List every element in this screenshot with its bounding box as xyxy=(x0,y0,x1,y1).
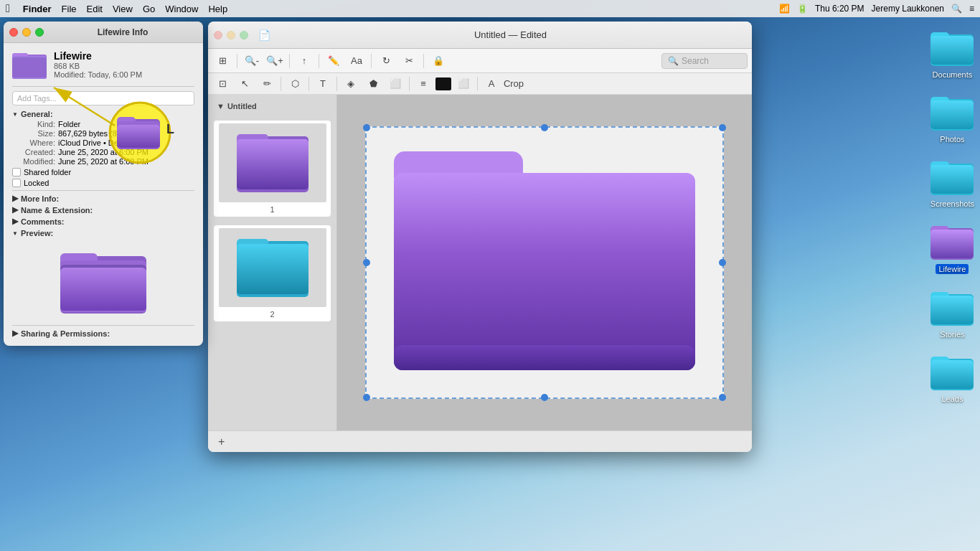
zoom-button[interactable] xyxy=(35,28,44,37)
toolbar-sep-7 xyxy=(308,77,309,91)
desktop-icon-documents[interactable]: Documents xyxy=(930,29,974,79)
more-info-triangle: ▶ xyxy=(12,194,18,203)
info-row-created: Created: June 25, 2020 at 6:00 PM xyxy=(12,148,194,156)
menubar-edit[interactable]: Edit xyxy=(87,4,103,14)
handle-top-left[interactable] xyxy=(363,124,370,131)
preview-minimize-button[interactable] xyxy=(227,31,235,39)
mask-btn[interactable]: ⬜ xyxy=(385,75,405,93)
toolbar-sep-10 xyxy=(477,77,478,91)
desktop-icon-lifewire[interactable]: Lifewire xyxy=(930,222,974,274)
battery-icon[interactable]: 🔋 xyxy=(797,4,808,14)
close-button[interactable] xyxy=(9,28,18,37)
search-icon[interactable]: 🔍 xyxy=(951,4,962,14)
slide-1-thumb[interactable]: 1 xyxy=(214,121,331,217)
menubar-help[interactable]: Help xyxy=(208,4,227,14)
cursor-btn[interactable]: ↖ xyxy=(235,75,255,93)
slide-canvas[interactable] xyxy=(337,95,752,430)
collapse-triangle: ▼ xyxy=(12,111,18,118)
color-btn[interactable] xyxy=(435,77,451,90)
comments-triangle: ▶ xyxy=(12,217,18,226)
stroke-btn[interactable]: ⬜ xyxy=(453,75,473,93)
zoom-in-btn[interactable]: 🔍+ xyxy=(265,52,285,70)
comments-section[interactable]: ▶ Comments: xyxy=(12,217,194,226)
preview-toolbar-2: ⊡ ↖ ✏ ⬡ T ◈ ⬟ ⬜ ≡ ⬜ A Crop xyxy=(208,73,752,95)
folder-icon-small xyxy=(12,49,47,80)
add-tags-field[interactable]: Add Tags... xyxy=(12,91,194,105)
share-btn[interactable]: ↑ xyxy=(294,52,314,70)
apple-menu[interactable]:  xyxy=(6,2,10,15)
shape-btn[interactable]: ⬡ xyxy=(285,75,305,93)
effect-btn[interactable]: ⬟ xyxy=(363,75,383,93)
preview-section-header[interactable]: ▼ Preview: xyxy=(12,229,194,237)
brush-btn[interactable]: ✏ xyxy=(257,75,277,93)
svg-rect-3 xyxy=(12,57,47,77)
zoom-out-btn[interactable]: 🔍- xyxy=(242,52,262,70)
desktop-icon-documents-label: Documents xyxy=(933,70,973,79)
slide-2-image xyxy=(219,228,326,307)
preview-close-button[interactable] xyxy=(214,31,222,39)
created-value: June 25, 2020 at 6:00 PM xyxy=(58,148,194,156)
align-btn[interactable]: ≡ xyxy=(413,75,433,93)
locked-checkbox[interactable] xyxy=(12,179,21,187)
desktop-icon-stories[interactable]: Stories xyxy=(930,288,974,339)
svg-rect-8 xyxy=(60,268,146,311)
text-btn[interactable]: T xyxy=(313,75,333,93)
menubar-right: 📶 🔋 Thu 6:20 PM Jeremy Laukkonen 🔍 ≡ xyxy=(779,4,974,14)
handle-top-mid[interactable] xyxy=(541,124,548,131)
locked-label: Locked xyxy=(24,179,49,187)
font-btn[interactable]: A xyxy=(481,75,501,93)
more-info-section[interactable]: ▶ More Info: xyxy=(12,194,194,203)
menubar-go[interactable]: Go xyxy=(143,4,155,14)
crop2-btn[interactable]: Crop xyxy=(504,75,524,93)
handle-top-right[interactable] xyxy=(719,124,726,131)
menubar-view[interactable]: View xyxy=(113,4,133,14)
desktop-icon-screenshots[interactable]: Screenshots xyxy=(930,158,974,208)
menubar-finder[interactable]: Finder xyxy=(23,4,52,14)
handle-mid-left[interactable] xyxy=(363,259,370,266)
svg-rect-35 xyxy=(930,165,974,194)
user-name[interactable]: Jeremy Laukkonen xyxy=(872,4,944,14)
search-box[interactable]: 🔍 Search xyxy=(661,53,748,69)
crop-btn[interactable]: ✂ xyxy=(399,52,419,70)
general-label: General: xyxy=(21,110,53,118)
toolbar-sep-9 xyxy=(409,77,410,91)
name-extension-section[interactable]: ▶ Name & Extension: xyxy=(12,205,194,215)
general-section-header[interactable]: ▼ General: xyxy=(12,110,194,118)
desktop-icon-leads[interactable]: Leads xyxy=(930,353,974,403)
pen-btn[interactable]: ✏️ xyxy=(324,52,344,70)
kind-value: Folder xyxy=(58,120,194,128)
menubar-window[interactable]: Window xyxy=(165,4,198,14)
rotate-btn[interactable]: ↻ xyxy=(376,52,396,70)
handle-bottom-right[interactable] xyxy=(719,394,726,401)
slides-label: Untitled xyxy=(227,102,257,110)
view-btn[interactable]: ⊞ xyxy=(212,52,232,70)
desktop-icon-photos[interactable]: Photos xyxy=(930,93,974,143)
style-btn[interactable]: Aa xyxy=(347,52,367,70)
handle-bottom-left[interactable] xyxy=(363,394,370,401)
handle-mid-right[interactable] xyxy=(719,259,726,266)
toolbar-sep-2 xyxy=(289,54,290,68)
wifi-icon[interactable]: 📶 xyxy=(779,4,790,14)
filter-btn[interactable]: ◈ xyxy=(341,75,361,93)
control-center-icon[interactable]: ≡ xyxy=(969,4,974,14)
add-slide-button[interactable]: + xyxy=(215,435,227,448)
size-label: Size: xyxy=(12,129,55,138)
shared-folder-checkbox[interactable] xyxy=(12,168,21,176)
preview-zoom-button[interactable] xyxy=(240,31,248,39)
menubar:  Finder File Edit View Go Window Help 📶… xyxy=(0,0,980,17)
shared-folder-row: Shared folder xyxy=(12,168,194,176)
slide-2-thumb[interactable]: 2 xyxy=(214,225,331,321)
preview-window: 📄 Untitled — Edited ⊞ 🔍- 🔍+ ↑ ✏️ Aa ↻ ✂ … xyxy=(208,22,752,452)
slides-panel-header: ▼ Untitled xyxy=(214,100,331,112)
slides-panel[interactable]: ▼ Untitled xyxy=(208,95,337,430)
menubar-file[interactable]: File xyxy=(62,4,77,14)
slide-2-number: 2 xyxy=(270,310,274,319)
sharing-section[interactable]: ▶ Sharing & Permissions: xyxy=(12,329,194,338)
lock-btn[interactable]: 🔒 xyxy=(428,52,448,70)
svg-rect-23 xyxy=(237,244,308,294)
handle-bottom-mid[interactable] xyxy=(541,394,548,401)
slide-layout-btn[interactable]: ⊡ xyxy=(212,75,232,93)
minimize-button[interactable] xyxy=(22,28,31,37)
svg-rect-19 xyxy=(237,139,308,189)
desktop-icon-photos-label: Photos xyxy=(940,135,964,143)
